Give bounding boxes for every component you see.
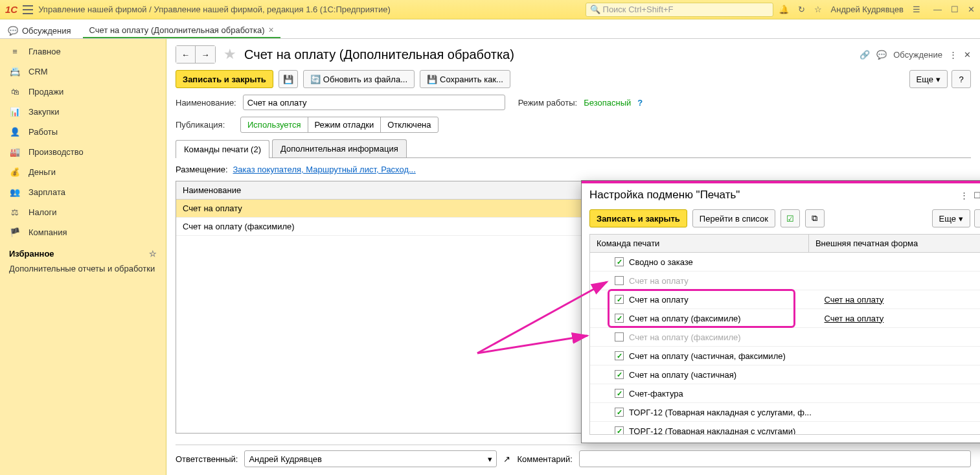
popup-help-button[interactable]: ?: [974, 209, 980, 227]
discussion-label[interactable]: Обсуждение: [893, 50, 942, 60]
sidebar-item-sales[interactable]: 🛍Продажи: [0, 82, 166, 102]
popup-th-external: Внешняя печатная форма: [809, 235, 980, 252]
popup-title: Настройка подменю "Печать": [589, 189, 740, 202]
page-title: Счет на оплату (Дополнительная обработка…: [244, 47, 514, 62]
print-submenu-popup: Настройка подменю "Печать" ⋮ ☐ ✕ Записат…: [581, 180, 980, 443]
chevron-down-icon[interactable]: ▾: [488, 454, 492, 464]
save-close-button[interactable]: Записать и закрыть: [176, 70, 273, 88]
chevron-down-icon: ▾: [959, 214, 963, 224]
money-icon: 💰: [9, 167, 21, 177]
checkbox[interactable]: ✓: [615, 276, 624, 285]
save-as-button[interactable]: 💾Сохранить как...: [420, 70, 510, 88]
popup-row-label: Счет на оплату (факсимиле): [629, 332, 741, 342]
comment-input[interactable]: [579, 450, 971, 467]
more-button[interactable]: Еще ▾: [909, 70, 948, 88]
tab-extra-info[interactable]: Дополнительная информация: [272, 139, 407, 157]
purchases-icon: 📊: [9, 107, 21, 117]
sidebar-item-label: Продажи: [28, 87, 63, 97]
nav-forward-button[interactable]: →: [196, 46, 215, 63]
sidebar-item-main[interactable]: ≡Главное: [0, 41, 166, 62]
salary-icon: 👥: [9, 187, 21, 197]
popup-goto-list-button[interactable]: Перейти в список: [692, 209, 775, 227]
open-icon[interactable]: ↗: [503, 454, 510, 464]
sidebar-item-company[interactable]: 🏴Компания: [0, 222, 166, 242]
bell-icon[interactable]: 🔔: [779, 5, 789, 14]
popup-row[interactable]: ✓Счет-фактура: [590, 384, 980, 403]
tab-document[interactable]: Счет на оплату (Дополнительная обработка…: [83, 21, 280, 38]
popup-row[interactable]: ✓Счет на оплатуСчет на оплату: [590, 290, 980, 309]
popup-row[interactable]: ✓Счет на оплату (частичная, факсимиле): [590, 347, 980, 365]
sidebar: ≡Главное 📇CRM 🛍Продажи 📊Закупки 👤Работы …: [0, 39, 166, 475]
popup-row-label: ТОРГ-12 (Товарная накладная с услугами): [629, 426, 795, 435]
chat-icon[interactable]: 💬: [876, 50, 887, 60]
update-from-file-button[interactable]: 🔄Обновить из файла...: [303, 70, 415, 88]
seg-off[interactable]: Отключена: [381, 117, 437, 132]
checkbox[interactable]: ✓: [615, 351, 624, 360]
menu-icon[interactable]: ☰: [913, 5, 920, 14]
popup-kebab-icon[interactable]: ⋮: [960, 191, 968, 200]
popup-more-button[interactable]: Еще ▾: [932, 209, 970, 227]
popup-row-label: Счет на оплату: [629, 276, 689, 286]
sidebar-item-crm[interactable]: 📇CRM: [0, 62, 166, 82]
popup-row-label: Сводно о заказе: [629, 257, 693, 267]
placement-link[interactable]: Заказ покупателя, Маршрутный лист, Расхо…: [233, 165, 416, 174]
favorite-star-icon[interactable]: ★: [223, 46, 236, 63]
star-icon[interactable]: ☆: [814, 5, 822, 14]
seg-debug[interactable]: Режим отладки: [308, 117, 382, 132]
checkbox[interactable]: ✓: [615, 389, 624, 398]
sidebar-item-taxes[interactable]: ⚖Налоги: [0, 202, 166, 222]
popup-row[interactable]: ✓Сводно о заказе: [590, 253, 980, 272]
checkbox[interactable]: ✓: [615, 370, 624, 379]
tab-close-icon[interactable]: ×: [269, 25, 274, 35]
popup-row[interactable]: ✓ТОРГ-12 (Товарная накладная с услугами,…: [590, 403, 980, 422]
popup-save-close-button[interactable]: Записать и закрыть: [589, 209, 687, 227]
maximize-icon[interactable]: ☐: [951, 5, 959, 14]
responsible-input[interactable]: Андрей Кудрявцев ▾: [244, 450, 497, 467]
popup-row[interactable]: ✓Счет на оплату (факсимиле)Счет на оплат…: [590, 309, 980, 328]
popup-checkall-button[interactable]: ☑: [781, 209, 800, 227]
external-form-link[interactable]: Счет на оплату: [825, 314, 884, 323]
tab-print-commands[interactable]: Команды печати (2): [176, 140, 269, 158]
name-input[interactable]: [243, 95, 505, 110]
close-icon[interactable]: ✕: [968, 5, 975, 14]
popup-row[interactable]: ✓ТОРГ-12 (Товарная накладная с услугами): [590, 422, 980, 434]
popup-row[interactable]: ✓Счет на оплату (факсимиле): [590, 328, 980, 347]
sidebar-item-money[interactable]: 💰Деньги: [0, 162, 166, 182]
popup-maximize-icon[interactable]: ☐: [974, 191, 980, 200]
help-icon[interactable]: ?: [637, 98, 643, 108]
seg-used[interactable]: Используется: [241, 117, 308, 132]
company-icon: 🏴: [9, 227, 21, 237]
checkbox[interactable]: ✓: [615, 257, 624, 266]
sidebar-item-purchases[interactable]: 📊Закупки: [0, 102, 166, 122]
sidebar-item-salary[interactable]: 👥Зарплата: [0, 182, 166, 202]
sidebar-item-works[interactable]: 👤Работы: [0, 122, 166, 142]
help-button[interactable]: ?: [952, 70, 971, 88]
checkbox[interactable]: ✓: [615, 314, 624, 323]
mode-value[interactable]: Безопасный: [584, 98, 631, 108]
external-form-link[interactable]: Счет на оплату: [825, 295, 884, 305]
history-icon[interactable]: ↻: [798, 5, 805, 14]
minimize-icon[interactable]: —: [933, 5, 942, 14]
kebab-icon[interactable]: ⋮: [949, 50, 957, 60]
popup-row[interactable]: ✓Счет на оплату (частичная): [590, 365, 980, 384]
search-input[interactable]: 🔍 Поиск Ctrl+Shift+F: [586, 3, 773, 17]
nav-back-button[interactable]: ←: [176, 46, 196, 63]
tab-discussions[interactable]: 💬 Обсуждения: [0, 23, 79, 38]
checkbox[interactable]: ✓: [615, 295, 624, 304]
close-page-icon[interactable]: ✕: [964, 50, 971, 60]
hamburger-icon[interactable]: [23, 5, 33, 14]
checkbox[interactable]: ✓: [615, 426, 624, 434]
popup-row-label: ТОРГ-12 (Товарная накладная с услугами, …: [629, 408, 812, 417]
popup-copy-button[interactable]: ⧉: [805, 209, 825, 227]
search-icon: 🔍: [590, 5, 600, 14]
sidebar-item-production[interactable]: 🏭Производство: [0, 142, 166, 162]
checkbox[interactable]: ✓: [615, 332, 624, 342]
publication-toggle[interactable]: Используется Режим отладки Отключена: [240, 117, 439, 133]
save-button[interactable]: 💾: [279, 70, 298, 88]
user-name[interactable]: Андрей Кудрявцев: [831, 5, 904, 14]
favorite-reports-link[interactable]: Дополнительные отчеты и обработки: [0, 261, 166, 276]
link-icon[interactable]: 🔗: [860, 50, 870, 60]
star-outline-icon[interactable]: ☆: [149, 249, 157, 259]
popup-row[interactable]: ✓Счет на оплату: [590, 272, 980, 290]
checkbox[interactable]: ✓: [615, 408, 624, 417]
